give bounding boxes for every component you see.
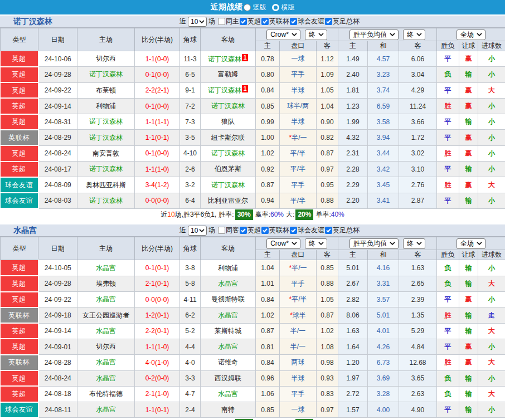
league-checkbox-1[interactable]: [261, 18, 269, 25]
chevron-down-icon: [390, 33, 395, 36]
asian-away-odds-cell: 0.95: [317, 177, 338, 193]
euro-state-select[interactable]: 终: [403, 238, 425, 249]
away-team-cell: 西汉姆联: [201, 370, 256, 386]
euro-home-odds-cell: 2.28: [338, 162, 368, 177]
match-row: 英超 24-08-24 南安普敦 0-1(0-0) 4-10 诺丁汉森林 1.0…: [1, 145, 505, 161]
match-row: 英超 24-09-14 水晶宫 2-2(0-1) 5-2 莱斯特城 0.87 半…: [1, 323, 505, 339]
away-team-name: 水晶宫: [218, 280, 238, 287]
league-checkbox-0[interactable]: [240, 227, 247, 234]
handicap-result-cell: 输: [459, 276, 478, 291]
home-team-name: 诺丁汉森林: [89, 118, 123, 125]
asian-handicap-cell: 平手: [280, 177, 317, 193]
asian-home-odds-cell: 0.87: [256, 323, 280, 339]
handicap-result-cell: 赢: [459, 339, 478, 354]
euro-away-odds-cell: 4.90: [399, 402, 437, 418]
away-team-cell: 富勒姆: [201, 67, 256, 82]
goals-result-cell: 小: [478, 145, 505, 161]
score-cell: 0-0(0-0): [135, 193, 180, 208]
league-checkbox-3[interactable]: [325, 18, 332, 25]
outcome-cell: 负: [437, 260, 459, 276]
away-team-name: 诺丁汉森林: [211, 149, 245, 157]
goals-result-cell: 小: [478, 98, 505, 114]
euro-away-odds-cell: 2.63: [399, 386, 437, 402]
chevron-down-icon: [318, 33, 324, 36]
euro-draw-odds-cell: 3.28: [368, 386, 399, 402]
league-type-cell: 英超: [1, 114, 38, 130]
date-cell: 24-08-29: [38, 130, 77, 145]
euro-draw-odds-cell: 5.01: [368, 307, 399, 323]
euro-draw-odds-cell: 3.31: [368, 276, 399, 291]
euro-away-odds-cell: 3.04: [399, 67, 437, 82]
home-team-name: 切尔西: [96, 55, 116, 62]
home-team-cell: 诺丁汉森林: [77, 114, 135, 130]
chevron-down-icon: [292, 33, 297, 36]
handicap-result-cell: 赢: [459, 98, 478, 114]
league-type-cell: 球会友谊: [1, 402, 38, 418]
home-team-cell: 切尔西: [77, 339, 135, 354]
scope-group-header: 全场: [437, 237, 505, 250]
asian-handicap-cell: *球半: [280, 307, 317, 323]
match-count-select[interactable]: 10: [188, 226, 207, 236]
goals-result-cell: 大: [478, 82, 505, 98]
corners-cell: 3-3: [180, 370, 201, 386]
same-venue-label: 同客: [226, 226, 239, 235]
horizontal-layout-radio[interactable]: [272, 4, 279, 11]
league-checkbox-0[interactable]: [240, 18, 247, 25]
col-away-header: 客场: [201, 237, 256, 260]
same-venue-checkbox[interactable]: [218, 18, 225, 25]
date-cell: 24-09-14: [38, 323, 77, 339]
home-team-name: 布伦特福德: [89, 390, 123, 398]
table-header-groups: 类型 日期 主场 比分(半场) 角球 客场 Crow*终 胜平负均值终 全场: [1, 237, 505, 250]
red-card-badge: 1: [242, 85, 248, 92]
check-icon: [290, 227, 297, 233]
euro-odds-select[interactable]: 胜平负均值: [349, 238, 399, 249]
score-cell: 2-1(0-1): [135, 276, 180, 291]
league-type-cell: 英超: [1, 260, 38, 276]
away-team-cell: 比利亚雷亚尔: [201, 193, 256, 208]
handicap-text: 半球: [292, 374, 305, 382]
euro-draw-odds-cell: 3.44: [368, 145, 399, 161]
scope-select[interactable]: 全场: [457, 30, 485, 40]
asian-away-odds-cell: 1.09: [317, 67, 338, 82]
league-checkbox-2[interactable]: [290, 227, 297, 234]
home-team-cell: 女王公园巡游者: [77, 307, 135, 323]
away-team-cell: 水晶宫: [201, 307, 256, 323]
league-checkbox-2[interactable]: [290, 18, 297, 25]
col-date-header: 日期: [38, 28, 77, 51]
date-cell: 24-09-28: [38, 67, 77, 82]
summary-count: 10: [167, 209, 174, 220]
match-count-select[interactable]: 10: [188, 17, 207, 27]
bookmaker-select[interactable]: Crow*: [266, 30, 300, 40]
asian-state-select[interactable]: 终: [305, 238, 327, 249]
asian-home-odds-cell: 1.06: [256, 386, 280, 402]
handicap-result-cell: 输: [459, 307, 478, 323]
asian-handicap-cell: 半球: [280, 114, 317, 130]
asian-away-odds-cell: 0.90: [317, 114, 338, 130]
date-cell: 24-08-03: [38, 193, 77, 208]
asian-handicap-cell: 平手: [280, 67, 317, 82]
league-label-2: 球会友谊: [298, 17, 324, 26]
match-row: 球会友谊 24-08-03 诺丁汉森林 0-0(0-0) 6-4 比利亚雷亚尔 …: [1, 193, 505, 208]
asian-state-select[interactable]: 终: [305, 30, 327, 40]
page-title: 近期战绩: [211, 2, 243, 12]
vertical-layout-radio[interactable]: [244, 4, 251, 11]
same-venue-checkbox[interactable]: [218, 227, 225, 234]
away-team-name: 伯恩茅斯: [215, 165, 241, 173]
league-checkbox-1[interactable]: [261, 227, 269, 234]
handicap-text: 一球: [292, 55, 305, 62]
home-team-cell: 埃弗顿: [77, 276, 135, 291]
col-euro-draw-header: 和: [368, 250, 399, 260]
summary-winrate-label: 胜率:: [218, 209, 234, 220]
euro-home-odds-cell: 1.49: [338, 51, 368, 67]
date-cell: 24-08-17: [38, 162, 77, 177]
bookmaker-select[interactable]: Crow*: [266, 238, 300, 249]
asian-handicap-cell: 平/半: [280, 193, 317, 208]
euro-state-select[interactable]: 终: [403, 30, 425, 40]
scope-select[interactable]: 全场: [457, 238, 485, 249]
league-checkbox-3[interactable]: [325, 227, 332, 234]
chevron-down-icon: [199, 20, 205, 23]
check-icon: [262, 18, 268, 25]
euro-odds-select[interactable]: 胜平负均值: [349, 30, 399, 40]
euro-home-odds-cell: 5.01: [338, 260, 368, 276]
away-team-cell: 诺丁汉森林: [201, 177, 256, 193]
